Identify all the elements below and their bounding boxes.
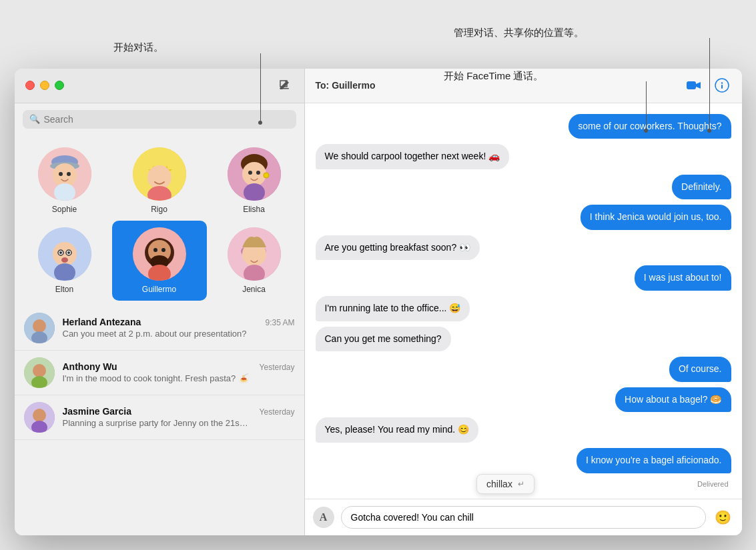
pinned-name-elisha: Elisha (243, 205, 265, 214)
conv-name-jasmine: Jasmine Garcia (63, 406, 132, 417)
app-window: 🔍 (15, 69, 742, 535)
svg-point-42 (33, 319, 46, 333)
svg-point-25 (67, 251, 70, 254)
avatar-sophie (38, 147, 91, 201)
conv-content-anthony: Anthony Wu Yesterday I'm in the mood to … (63, 361, 295, 383)
message-bubble-9: How about a bagel? 🥯 (615, 387, 731, 413)
svg-point-45 (33, 364, 46, 377)
conv-name-herland: Herland Antezana (63, 317, 141, 327)
avatar-jasmine (24, 402, 55, 433)
message-bubble-4: Are you getting breakfast soon? 👀 (316, 235, 480, 261)
message-row-11: I know you're a bagel aficionado. (316, 448, 731, 473)
autocorrect-popup[interactable]: chillax ↵ (476, 474, 534, 494)
annotation-manage: 管理对话、共享你的位置等。 (454, 27, 584, 39)
pinned-contact-guillermo[interactable]: Guillermo (112, 221, 207, 301)
message-row-3: I think Jenica would join us, too. (316, 205, 731, 230)
sidebar: 🔍 (15, 69, 305, 535)
message-bubble-6: I'm running late to the office... 😅 (316, 296, 470, 321)
svg-point-18 (256, 171, 260, 175)
svg-point-24 (59, 251, 62, 254)
message-bubble-0: some of our coworkers. Thoughts? (569, 114, 731, 139)
conv-name-anthony: Anthony Wu (63, 361, 117, 372)
fullscreen-button[interactable] (55, 81, 64, 90)
pinned-contact-elton[interactable]: Elton (17, 221, 112, 301)
conv-time-jasmine: Yesterday (260, 407, 295, 417)
svg-rect-50 (687, 81, 696, 89)
message-bubble-1: We should carpool together next week! 🚗 (316, 144, 510, 169)
conversation-herland[interactable]: Herland Antezana 9:35 AM Can you meet at… (15, 306, 304, 351)
app-store-button[interactable]: A (313, 507, 334, 528)
message-row-8: Of course. (316, 357, 731, 382)
info-button[interactable] (713, 76, 731, 95)
message-row-0: some of our coworkers. Thoughts? (316, 114, 731, 139)
search-icon: 🔍 (29, 114, 40, 124)
pinned-contact-elisha[interactable]: Elisha (207, 141, 302, 221)
message-bubble-5: I was just about to! (635, 265, 731, 291)
svg-point-33 (161, 248, 165, 252)
traffic-lights (25, 81, 64, 90)
svg-point-32 (153, 248, 157, 252)
autocorrect-shortcut: ↵ (518, 479, 524, 489)
search-bar[interactable]: 🔍 (23, 110, 296, 129)
conv-header-herland: Herland Antezana 9:35 AM (63, 317, 295, 327)
avatar-rigo (133, 147, 186, 201)
minimize-button[interactable] (40, 81, 49, 90)
message-row-10: Yes, please! You read my mind. 😊 (316, 417, 731, 443)
sidebar-titlebar (15, 69, 304, 103)
chat-recipient: To: Guillermo (316, 80, 376, 91)
pinned-name-guillermo: Guillermo (142, 285, 176, 294)
svg-rect-52 (721, 85, 723, 89)
avatar-anthony (24, 357, 55, 388)
svg-point-6 (67, 172, 71, 176)
message-row-6: I'm running late to the office... 😅 (316, 296, 731, 321)
pinned-contact-rigo[interactable]: Rigo (112, 141, 207, 221)
facetime-button[interactable] (685, 76, 703, 95)
recipient-label: To: (316, 80, 330, 91)
conv-header-jasmine: Jasmine Garcia Yesterday (63, 406, 295, 417)
pinned-contact-sophie[interactable]: Sophie (17, 141, 112, 221)
message-row-5: I was just about to! (316, 265, 731, 291)
pinned-name-sophie: Sophie (52, 205, 77, 214)
pinned-name-elton: Elton (55, 285, 73, 294)
svg-point-15 (242, 162, 266, 186)
message-bubble-7: Can you get me something? (316, 327, 451, 352)
avatar-herland (24, 313, 55, 343)
avatar-jenica (228, 227, 281, 281)
svg-point-5 (59, 172, 63, 176)
avatar-elton (38, 227, 91, 281)
search-input[interactable] (44, 114, 290, 125)
svg-point-16 (264, 173, 269, 178)
close-button[interactable] (25, 81, 35, 90)
message-bubble-3: I think Jenica would join us, too. (581, 205, 731, 230)
pinned-contacts-grid: Sophie (15, 135, 304, 306)
autocorrect-word: chillax (486, 479, 512, 489)
svg-point-17 (248, 171, 252, 175)
message-row-1: We should carpool together next week! 🚗 (316, 144, 731, 169)
conv-preview-jasmine: Planning a surprise party for Jenny on t… (63, 418, 250, 428)
chat-titlebar: To: Guillermo (305, 69, 742, 103)
message-row-7: Can you get me something? (316, 327, 731, 352)
emoji-button[interactable]: 🙂 (713, 507, 734, 528)
message-row-2: Definitely. (316, 175, 731, 200)
annotation-start-conversation: 开始对话。 (113, 41, 163, 54)
compose-button[interactable] (275, 76, 294, 95)
conversation-anthony[interactable]: Anthony Wu Yesterday I'm in the mood to … (15, 351, 304, 395)
conv-content-herland: Herland Antezana 9:35 AM Can you meet at… (63, 317, 295, 339)
message-row-9: How about a bagel? 🥯 (316, 387, 731, 413)
conv-time-anthony: Yesterday (260, 363, 295, 372)
chat-panel: To: Guillermo (305, 69, 742, 535)
conv-content-jasmine: Jasmine Garcia Yesterday Planning a surp… (63, 406, 295, 428)
app-store-icon: A (320, 511, 328, 523)
svg-point-53 (721, 82, 722, 83)
conv-preview-anthony: I'm in the mood to cook tonight. Fresh p… (63, 373, 250, 383)
message-bubble-8: Of course. (669, 357, 731, 382)
avatar-elisha (228, 147, 281, 201)
message-input[interactable] (341, 506, 706, 529)
pinned-name-jenica: Jenica (242, 285, 266, 294)
conversation-jasmine[interactable]: Jasmine Garcia Yesterday Planning a surp… (15, 395, 304, 440)
message-bubble-11: I know you're a bagel aficionado. (577, 448, 731, 473)
svg-point-26 (61, 257, 68, 263)
pinned-contact-jenica[interactable]: Jenica (207, 221, 302, 301)
conv-preview-herland: Can you meet at 2 p.m. about our present… (63, 329, 250, 339)
conv-header-anthony: Anthony Wu Yesterday (63, 361, 295, 372)
